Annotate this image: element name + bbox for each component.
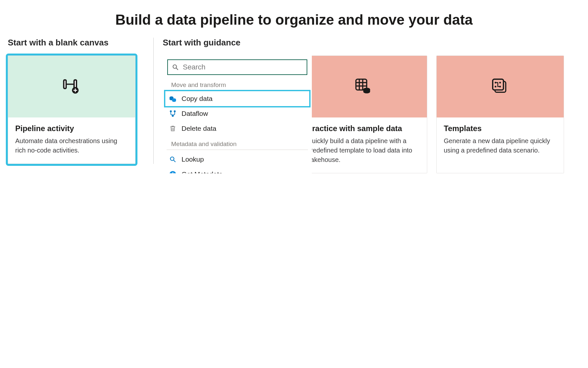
blank-canvas-section: Start with a blank canvas bbox=[8, 38, 154, 164]
menu-delete-data-label: Delete data bbox=[182, 125, 216, 132]
search-icon bbox=[171, 63, 180, 71]
menu-lookup-label: Lookup bbox=[182, 155, 204, 163]
search-input[interactable] bbox=[182, 63, 303, 72]
templates-icon bbox=[490, 77, 510, 96]
menu-dataflow[interactable]: Dataflow bbox=[165, 106, 309, 121]
activity-dropdown: Move and transform Copy data bbox=[163, 55, 312, 173]
menu-get-metadata-label: Get Metadata bbox=[182, 170, 223, 173]
card-pipeline-desc: Automate data orchestrations using rich … bbox=[15, 136, 128, 155]
sample-data-icon bbox=[354, 77, 373, 96]
card-templates-hero bbox=[437, 56, 564, 117]
svg-line-22 bbox=[176, 68, 178, 70]
info-icon bbox=[169, 170, 177, 173]
card-pipeline-activity[interactable]: Pipeline activity Automate data orchestr… bbox=[8, 55, 135, 164]
svg-point-25 bbox=[170, 110, 172, 112]
svg-line-31 bbox=[174, 160, 176, 162]
card-sample-data[interactable]: Practice with sample data Quickly build … bbox=[300, 55, 427, 173]
main-columns: Start with a blank canvas bbox=[0, 38, 588, 173]
guidance-section: Start with guidance bbox=[154, 38, 580, 173]
card-sample-title: Practice with sample data bbox=[307, 124, 420, 133]
svg-point-19 bbox=[495, 86, 496, 87]
guidance-cards-row: Practice with sample data Quickly build … bbox=[163, 55, 580, 173]
group-move-transform: Move and transform bbox=[167, 77, 308, 89]
pipeline-icon bbox=[62, 77, 81, 96]
svg-point-30 bbox=[171, 157, 174, 161]
menu-get-metadata[interactable]: Get Metadata bbox=[165, 167, 309, 173]
menu-dataflow-label: Dataflow bbox=[182, 110, 208, 117]
card-pipeline-hero bbox=[8, 56, 135, 117]
page-title: Build a data pipeline to organize and mo… bbox=[0, 12, 588, 28]
svg-point-20 bbox=[499, 86, 501, 87]
card-templates-title: Templates bbox=[444, 124, 557, 133]
guidance-heading: Start with guidance bbox=[163, 38, 580, 48]
trash-icon bbox=[169, 124, 177, 133]
svg-point-34 bbox=[172, 172, 173, 173]
copy-data-icon bbox=[169, 94, 177, 103]
dataflow-icon bbox=[169, 109, 177, 118]
card-pipeline-title: Pipeline activity bbox=[15, 124, 128, 133]
lookup-icon bbox=[169, 155, 177, 164]
card-templates-desc: Generate a new data pipeline quickly usi… bbox=[444, 136, 557, 155]
menu-copy-data-label: Copy data bbox=[182, 95, 213, 103]
card-sample-desc: Quickly build a data pipeline with a pre… bbox=[307, 136, 420, 165]
menu-copy-data[interactable]: Copy data bbox=[165, 91, 309, 106]
svg-point-18 bbox=[499, 82, 501, 83]
svg-point-26 bbox=[174, 110, 176, 112]
svg-point-21 bbox=[173, 65, 177, 68]
blank-canvas-heading: Start with a blank canvas bbox=[8, 38, 140, 48]
card-sample-hero bbox=[300, 56, 427, 117]
menu-delete-data[interactable]: Delete data bbox=[165, 121, 309, 136]
menu-lookup[interactable]: Lookup bbox=[165, 152, 309, 167]
activity-search-box[interactable] bbox=[167, 59, 307, 75]
group-metadata-validation: Metadata and validation bbox=[167, 137, 308, 150]
card-templates[interactable]: Templates Generate a new data pipeline q… bbox=[436, 55, 564, 173]
